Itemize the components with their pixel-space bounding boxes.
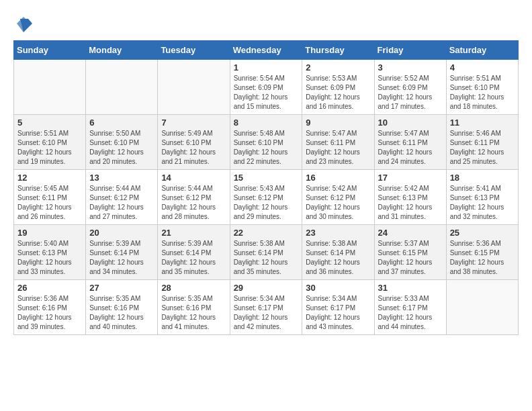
calendar-day-28: 28Sunrise: 5:35 AM Sunset: 6:16 PM Dayli… <box>158 280 230 335</box>
calendar-day-16: 16Sunrise: 5:42 AM Sunset: 6:12 PM Dayli… <box>302 170 374 225</box>
day-info: Sunrise: 5:35 AM Sunset: 6:16 PM Dayligh… <box>161 294 226 332</box>
calendar-header-sunday: Sunday <box>14 41 86 60</box>
calendar-day-9: 9Sunrise: 5:47 AM Sunset: 6:11 PM Daylig… <box>302 115 374 170</box>
day-info: Sunrise: 5:39 AM Sunset: 6:14 PM Dayligh… <box>89 239 154 277</box>
calendar-day-11: 11Sunrise: 5:46 AM Sunset: 6:11 PM Dayli… <box>446 115 518 170</box>
day-number: 1 <box>234 62 299 73</box>
day-info: Sunrise: 5:41 AM Sunset: 6:13 PM Dayligh… <box>450 184 515 222</box>
day-number: 6 <box>89 118 154 128</box>
day-info: Sunrise: 5:44 AM Sunset: 6:12 PM Dayligh… <box>161 184 226 222</box>
day-info: Sunrise: 5:33 AM Sunset: 6:17 PM Dayligh… <box>378 294 443 332</box>
day-number: 16 <box>306 173 370 183</box>
day-info: Sunrise: 5:51 AM Sunset: 6:10 PM Dayligh… <box>450 74 515 111</box>
calendar-empty-cell <box>14 60 86 115</box>
calendar-day-19: 19Sunrise: 5:40 AM Sunset: 6:13 PM Dayli… <box>14 225 86 280</box>
day-info: Sunrise: 5:50 AM Sunset: 6:10 PM Dayligh… <box>89 129 154 167</box>
day-number: 14 <box>161 173 226 183</box>
day-number: 27 <box>89 283 154 293</box>
day-number: 9 <box>306 118 370 128</box>
day-info: Sunrise: 5:46 AM Sunset: 6:11 PM Dayligh… <box>450 129 515 167</box>
day-info: Sunrise: 5:42 AM Sunset: 6:12 PM Dayligh… <box>306 184 370 222</box>
day-info: Sunrise: 5:35 AM Sunset: 6:16 PM Dayligh… <box>89 294 154 332</box>
day-number: 30 <box>306 283 370 293</box>
calendar-day-24: 24Sunrise: 5:37 AM Sunset: 6:15 PM Dayli… <box>374 225 446 280</box>
calendar-header-friday: Friday <box>374 41 446 60</box>
calendar-day-1: 1Sunrise: 5:54 AM Sunset: 6:09 PM Daylig… <box>230 60 302 115</box>
calendar-day-21: 21Sunrise: 5:39 AM Sunset: 6:14 PM Dayli… <box>158 225 230 280</box>
day-info: Sunrise: 5:47 AM Sunset: 6:11 PM Dayligh… <box>306 129 370 167</box>
day-info: Sunrise: 5:42 AM Sunset: 6:13 PM Dayligh… <box>378 184 443 222</box>
day-info: Sunrise: 5:34 AM Sunset: 6:17 PM Dayligh… <box>306 294 370 332</box>
calendar-header-tuesday: Tuesday <box>158 41 230 60</box>
calendar-day-6: 6Sunrise: 5:50 AM Sunset: 6:10 PM Daylig… <box>86 115 158 170</box>
day-info: Sunrise: 5:37 AM Sunset: 6:15 PM Dayligh… <box>378 239 443 277</box>
day-number: 2 <box>306 62 370 73</box>
day-number: 11 <box>450 118 515 128</box>
calendar-day-20: 20Sunrise: 5:39 AM Sunset: 6:14 PM Dayli… <box>86 225 158 280</box>
calendar-day-7: 7Sunrise: 5:49 AM Sunset: 6:10 PM Daylig… <box>158 115 230 170</box>
calendar-day-31: 31Sunrise: 5:33 AM Sunset: 6:17 PM Dayli… <box>374 280 446 335</box>
day-info: Sunrise: 5:34 AM Sunset: 6:17 PM Dayligh… <box>234 294 299 332</box>
day-number: 17 <box>378 173 443 183</box>
calendar-day-10: 10Sunrise: 5:47 AM Sunset: 6:11 PM Dayli… <box>374 115 446 170</box>
day-number: 13 <box>89 173 154 183</box>
calendar-week-row: 12Sunrise: 5:45 AM Sunset: 6:11 PM Dayli… <box>14 170 519 225</box>
day-number: 25 <box>450 228 515 238</box>
day-info: Sunrise: 5:40 AM Sunset: 6:13 PM Dayligh… <box>17 239 82 277</box>
day-number: 4 <box>450 62 515 73</box>
day-info: Sunrise: 5:48 AM Sunset: 6:10 PM Dayligh… <box>234 129 299 167</box>
day-number: 21 <box>161 228 226 238</box>
calendar-day-30: 30Sunrise: 5:34 AM Sunset: 6:17 PM Dayli… <box>302 280 374 335</box>
calendar-day-8: 8Sunrise: 5:48 AM Sunset: 6:10 PM Daylig… <box>230 115 302 170</box>
day-info: Sunrise: 5:38 AM Sunset: 6:14 PM Dayligh… <box>234 239 299 277</box>
day-info: Sunrise: 5:52 AM Sunset: 6:09 PM Dayligh… <box>378 74 443 111</box>
day-number: 8 <box>234 118 299 128</box>
day-info: Sunrise: 5:53 AM Sunset: 6:09 PM Dayligh… <box>306 74 370 111</box>
calendar-day-25: 25Sunrise: 5:36 AM Sunset: 6:15 PM Dayli… <box>446 225 518 280</box>
calendar-day-22: 22Sunrise: 5:38 AM Sunset: 6:14 PM Dayli… <box>230 225 302 280</box>
day-number: 7 <box>161 118 226 128</box>
calendar-day-5: 5Sunrise: 5:51 AM Sunset: 6:10 PM Daylig… <box>14 115 86 170</box>
day-info: Sunrise: 5:36 AM Sunset: 6:16 PM Dayligh… <box>17 294 82 332</box>
day-number: 15 <box>234 173 299 183</box>
calendar-week-row: 19Sunrise: 5:40 AM Sunset: 6:13 PM Dayli… <box>14 225 519 280</box>
day-number: 28 <box>161 283 226 293</box>
day-info: Sunrise: 5:43 AM Sunset: 6:12 PM Dayligh… <box>234 184 299 222</box>
logo <box>13 13 36 34</box>
day-number: 31 <box>378 283 443 293</box>
day-number: 29 <box>234 283 299 293</box>
calendar-header-row: SundayMondayTuesdayWednesdayThursdayFrid… <box>14 41 519 60</box>
day-number: 24 <box>378 228 443 238</box>
day-number: 12 <box>17 173 82 183</box>
calendar-day-2: 2Sunrise: 5:53 AM Sunset: 6:09 PM Daylig… <box>302 60 374 115</box>
day-info: Sunrise: 5:51 AM Sunset: 6:10 PM Dayligh… <box>17 129 82 167</box>
calendar-day-14: 14Sunrise: 5:44 AM Sunset: 6:12 PM Dayli… <box>158 170 230 225</box>
day-number: 3 <box>378 62 443 73</box>
calendar-day-4: 4Sunrise: 5:51 AM Sunset: 6:10 PM Daylig… <box>446 60 518 115</box>
day-number: 26 <box>17 283 82 293</box>
day-number: 18 <box>450 173 515 183</box>
calendar-week-row: 1Sunrise: 5:54 AM Sunset: 6:09 PM Daylig… <box>14 60 519 115</box>
page-header <box>13 13 519 34</box>
calendar-day-12: 12Sunrise: 5:45 AM Sunset: 6:11 PM Dayli… <box>14 170 86 225</box>
day-number: 22 <box>234 228 299 238</box>
day-number: 5 <box>17 118 82 128</box>
day-info: Sunrise: 5:49 AM Sunset: 6:10 PM Dayligh… <box>161 129 226 167</box>
day-info: Sunrise: 5:47 AM Sunset: 6:11 PM Dayligh… <box>378 129 443 167</box>
calendar-header-monday: Monday <box>86 41 158 60</box>
day-number: 23 <box>306 228 370 238</box>
day-number: 20 <box>89 228 154 238</box>
day-number: 10 <box>378 118 443 128</box>
calendar-day-15: 15Sunrise: 5:43 AM Sunset: 6:12 PM Dayli… <box>230 170 302 225</box>
calendar-day-3: 3Sunrise: 5:52 AM Sunset: 6:09 PM Daylig… <box>374 60 446 115</box>
calendar-header-saturday: Saturday <box>446 41 518 60</box>
calendar-week-row: 26Sunrise: 5:36 AM Sunset: 6:16 PM Dayli… <box>14 280 519 335</box>
calendar-empty-cell <box>86 60 158 115</box>
day-number: 19 <box>17 228 82 238</box>
logo-icon <box>13 13 34 34</box>
calendar-day-23: 23Sunrise: 5:38 AM Sunset: 6:14 PM Dayli… <box>302 225 374 280</box>
calendar-week-row: 5Sunrise: 5:51 AM Sunset: 6:10 PM Daylig… <box>14 115 519 170</box>
calendar-table: SundayMondayTuesdayWednesdayThursdayFrid… <box>13 40 519 335</box>
day-info: Sunrise: 5:54 AM Sunset: 6:09 PM Dayligh… <box>234 74 299 111</box>
day-info: Sunrise: 5:36 AM Sunset: 6:15 PM Dayligh… <box>450 239 515 277</box>
